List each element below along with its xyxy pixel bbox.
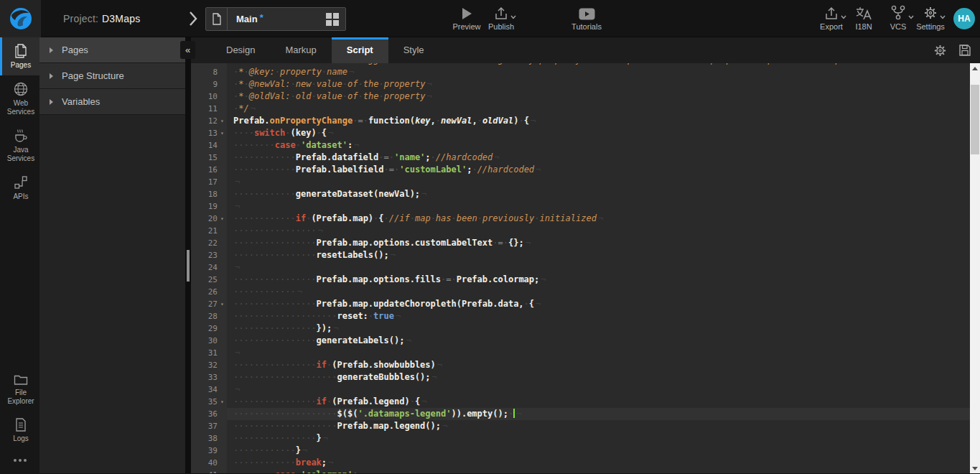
wavemaker-logo[interactable] [0,0,41,37]
gutter-cell: 11 [191,103,227,115]
fold-arrow-icon[interactable]: ▾ [218,396,227,408]
fold-arrow-icon[interactable]: ▾ [218,127,227,139]
code-text[interactable]: ················Prefab.map.updateChoropl… [227,298,970,310]
preview-label: Preview [452,22,480,31]
code-text[interactable]: ········case·'colormap':¬ [227,469,970,473]
play-icon [461,5,472,20]
code-text[interactable]: ············Prefab.labelfield·=·'customL… [227,164,970,176]
code-text[interactable]: ················if·(Prefab.legend)·{¬ [227,396,970,408]
export-icon [824,5,839,20]
gutter-cell: 23 [191,249,227,261]
code-text[interactable]: ·*·@newVal:·new·value·of·the·property¬ [227,78,970,90]
settings-button[interactable]: Settings [912,5,949,31]
gutter-cell: 30 [191,335,227,347]
page-icon[interactable] [206,8,228,30]
sidebar-label: Pages [11,61,31,70]
sidebar-item-logs[interactable]: Logs [0,412,39,449]
line-number: 21 [193,225,218,237]
code-text[interactable]: ····················reset:·true¬ [227,310,970,322]
tab-design[interactable]: Design [211,37,270,63]
code-text[interactable]: ············break;¬ [227,457,970,469]
fold-arrow-icon[interactable]: ▾ [218,213,227,225]
code-text[interactable]: ············Prefab.datafield·=·'name';·/… [227,152,970,164]
sidebar-item-java-services[interactable]: Java Services [0,122,39,169]
line-number: 39 [193,445,218,457]
sidebar-label: Logs [13,434,29,443]
editor-settings-gear-icon[interactable] [933,44,947,57]
code-text[interactable]: ············if·(Prefab.map)·{·//if·map·h… [227,213,970,225]
code-text[interactable]: ····················Prefab.map.legend();… [227,420,970,432]
code-line: 30················generateLabels();¬ [191,335,970,347]
fold-arrow-icon[interactable]: ▾ [218,115,227,127]
code-text[interactable]: ············generateDataset(newVal);¬ [227,188,970,200]
code-text[interactable]: ¬ [227,347,970,359]
code-line: 25················Prefab.map.options.fil… [191,274,970,286]
line-number: 29 [193,322,218,335]
panel-scrollbar-thumb[interactable] [187,250,190,282]
code-text[interactable]: ················resetLabels();¬ [227,249,970,261]
tab-style[interactable]: Style [388,37,439,63]
code-line: 19¬ [191,200,970,213]
code-text[interactable]: ········case·'dataset':¬ [227,139,970,152]
gutter-cell: 19 [191,200,227,213]
code-text[interactable]: ················if·(Prefab.showbubbles)¬ [227,359,970,371]
code-text[interactable]: ¬ [227,261,970,274]
code-text[interactable]: ············}¬ [227,445,970,457]
code-text[interactable]: ¬ [227,176,970,188]
panel-section-pages[interactable]: Pages [39,37,185,63]
tab-script[interactable]: Script [332,37,388,63]
tutorials-button[interactable]: Tutorials [566,5,607,31]
page-layout-grid-icon[interactable] [326,13,339,26]
more-options-icon[interactable] [0,449,39,473]
gutter-cell: 31 [191,347,227,359]
panel-scrollbar[interactable] [185,37,191,473]
sidebar-item-file-explorer[interactable]: File Explorer [0,367,39,412]
i18n-button[interactable]: I18N [847,5,880,31]
code-line: 26············¬ [191,286,970,298]
code-line: 31¬ [191,347,970,359]
scroll-up-arrow[interactable] [970,63,980,73]
code-text[interactable]: ················¬ [227,225,970,237]
code-text[interactable]: Prefab.onPropertyChange·=·function(key,·… [227,115,970,127]
scroll-down-arrow[interactable] [970,463,980,473]
code-text[interactable]: ················generateLabels();¬ [227,335,970,347]
chevron-down-icon [841,15,846,19]
user-avatar[interactable]: HA [953,8,975,29]
collapse-panel-button[interactable]: « [180,41,195,59]
export-button[interactable]: Export [811,5,851,31]
code-text[interactable]: ····················generateBubbles();¬ [227,371,970,384]
editor-scrollbar-thumb[interactable] [971,85,979,154]
line-number: 15 [193,152,218,164]
code-text[interactable]: ················Prefab.map.options.custo… [227,237,970,249]
code-text[interactable]: ····switch·(key)·{¬ [227,127,970,139]
publish-button[interactable]: Publish [481,5,521,31]
code-line: 35▾················if·(Prefab.legend)·{¬ [191,396,970,408]
chevron-down-icon [940,15,946,19]
code-text[interactable]: ·*·@key:·property·name¬ [227,66,970,78]
fold-arrow-icon[interactable]: ▾ [218,298,227,310]
code-text[interactable]: ·*·@oldVal:·old·value·of·the·property¬ [227,90,970,103]
code-text[interactable]: ············¬ [227,286,970,298]
vcs-button[interactable]: VCS [880,5,916,31]
code-text[interactable]: ················}¬ [227,432,970,445]
sidebar-item-web-services[interactable]: Web Services [0,75,39,122]
gutter-cell: 39 [191,445,227,457]
code-editor[interactable]: 7·*·This·method·will·be·triggered·when·t… [191,63,980,473]
save-icon[interactable] [958,44,971,57]
code-text[interactable]: ¬ [227,384,970,396]
breadcrumb-chevron-icon [188,10,198,27]
code-text[interactable]: ····················$($('.datamaps-legen… [227,408,970,420]
page-tab-main[interactable]: Main * [205,7,346,31]
tab-markup[interactable]: Markup [270,37,331,63]
code-text[interactable]: ················});¬ [227,322,970,335]
editor-scrollbar[interactable] [970,63,980,473]
panel-section-variables[interactable]: Variables [39,89,185,115]
code-text[interactable]: ················Prefab.map.options.fills… [227,274,970,286]
code-text[interactable]: ¬ [227,200,970,213]
gutter-cell: 33 [191,371,227,384]
code-line: 36····················$($('.datamaps-leg… [191,408,970,420]
panel-section-page-structure[interactable]: Page Structure [39,63,185,89]
sidebar-item-apis[interactable]: APIs [0,169,39,207]
code-text[interactable]: ·*/¬ [227,103,970,115]
sidebar-item-pages[interactable]: Pages [0,37,39,75]
